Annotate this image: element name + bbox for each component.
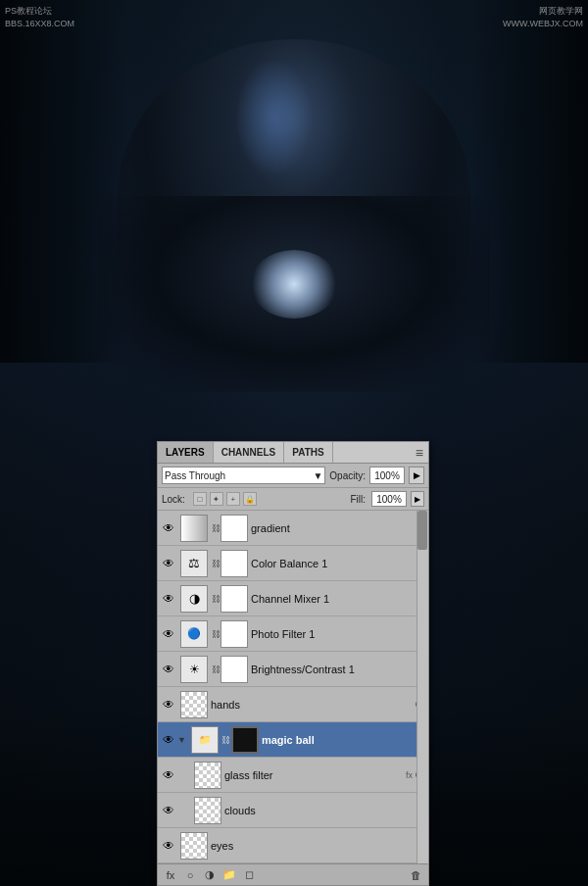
new-group-button[interactable]: 📁 bbox=[220, 866, 238, 884]
visibility-toggle[interactable]: 👁 bbox=[160, 616, 177, 652]
layer-row[interactable]: 👁 glass filter fx ⊕ bbox=[158, 758, 428, 793]
visibility-toggle[interactable]: 👁 bbox=[160, 546, 177, 581]
blend-arrow-icon: ▼ bbox=[313, 470, 322, 481]
layer-link-icon[interactable]: ⛓ bbox=[211, 620, 220, 648]
layer-thumbnail bbox=[194, 797, 221, 824]
layer-link-icon[interactable]: ⛓ bbox=[211, 550, 220, 577]
new-adjustment-button[interactable]: ◑ bbox=[201, 866, 219, 884]
visibility-toggle[interactable]: 👁 bbox=[160, 722, 177, 758]
layer-name: Color Balance 1 bbox=[251, 558, 426, 569]
layer-row[interactable]: 👁 ☀ ⛓ Brightness/Contrast 1 bbox=[158, 652, 428, 687]
layer-thumbnail: ⚖ bbox=[180, 550, 208, 577]
layer-name: hands bbox=[211, 699, 415, 711]
layer-row[interactable]: 👁 eyes fx bbox=[158, 828, 428, 863]
scrollbar-thumb[interactable] bbox=[417, 511, 427, 550]
tab-layers[interactable]: LAYERS bbox=[158, 442, 214, 463]
layer-link-icon[interactable]: ⛓ bbox=[221, 726, 231, 754]
layer-mask-thumb bbox=[220, 620, 248, 648]
layer-link-icon[interactable]: ⛓ bbox=[211, 656, 220, 683]
panel-bottom-toolbar: fx ○ ◑ 📁 ◻ 🗑 bbox=[158, 863, 428, 885]
layer-mask-thumb bbox=[220, 515, 248, 542]
layer-mask-thumb bbox=[231, 726, 259, 754]
layer-mask-thumb bbox=[220, 585, 248, 613]
visibility-toggle[interactable]: 👁 bbox=[160, 581, 177, 616]
group-expand-arrow[interactable]: ▼ bbox=[177, 735, 186, 745]
tab-paths[interactable]: PATHS bbox=[284, 442, 332, 463]
blue-hair bbox=[235, 59, 314, 176]
layer-name: Brightness/Contrast 1 bbox=[251, 664, 426, 675]
scrollbar[interactable] bbox=[416, 511, 428, 863]
lock-row: Lock: □ ✦ + 🔒 Fill: 100% ▶ bbox=[158, 488, 428, 511]
fx-label: fx bbox=[406, 770, 413, 780]
lock-position-icon[interactable]: + bbox=[226, 492, 240, 506]
layer-thumbnail bbox=[180, 691, 208, 718]
lock-all-icon[interactable]: 🔒 bbox=[243, 492, 257, 506]
layer-thumbnail: ☀ bbox=[180, 656, 208, 683]
layer-thumbnail bbox=[194, 762, 221, 789]
opacity-arrow-icon[interactable]: ▶ bbox=[409, 467, 424, 484]
layer-row[interactable]: 👁 hands ⊕ bbox=[158, 687, 428, 722]
visibility-toggle[interactable]: 👁 bbox=[160, 758, 177, 793]
opacity-label: Opacity: bbox=[329, 470, 366, 481]
layer-row[interactable]: 👁 🔵 ⛓ Photo Filter 1 bbox=[158, 616, 428, 652]
fill-label: Fill: bbox=[350, 494, 366, 505]
fill-arrow-icon[interactable]: ▶ bbox=[411, 491, 424, 507]
layer-row[interactable]: 👁 ⛓ gradient bbox=[158, 511, 428, 546]
visibility-toggle[interactable]: 👁 bbox=[160, 511, 177, 546]
blend-mode-select[interactable]: Pass Through ▼ bbox=[162, 467, 325, 484]
lock-transparent-icon[interactable]: □ bbox=[193, 492, 207, 506]
panel-tabs: LAYERS CHANNELS PATHS ≡ bbox=[158, 442, 428, 464]
layer-thumbnail: 🔵 bbox=[180, 620, 208, 648]
layer-name: glass filter bbox=[224, 769, 406, 781]
delete-layer-button[interactable]: 🗑 bbox=[407, 866, 424, 884]
tree-left bbox=[0, 0, 127, 363]
layer-name: clouds bbox=[224, 805, 417, 816]
visibility-toggle[interactable]: 👁 bbox=[160, 652, 177, 687]
fill-input[interactable]: 100% bbox=[371, 491, 407, 507]
layers-list: 👁 ⛓ gradient 👁 ⚖ ⛓ Color Balance 1 👁 ◑ ⛓… bbox=[158, 511, 428, 863]
layer-name: Channel Mixer 1 bbox=[251, 593, 426, 605]
opacity-input[interactable]: 100% bbox=[369, 467, 405, 484]
watermark-tl: PS教程论坛 BBS.16XX8.COM bbox=[5, 5, 74, 29]
layer-mask-thumb bbox=[220, 550, 248, 577]
layer-thumbnail: ◑ bbox=[180, 585, 208, 613]
visibility-toggle[interactable]: 👁 bbox=[160, 793, 177, 828]
blend-mode-value: Pass Through bbox=[165, 470, 225, 481]
lock-label: Lock: bbox=[162, 494, 185, 505]
layer-name: Photo Filter 1 bbox=[251, 628, 426, 640]
tree-right bbox=[470, 0, 588, 363]
lock-pixels-icon[interactable]: ✦ bbox=[210, 492, 223, 506]
layer-row[interactable]: 👁 clouds fx bbox=[158, 793, 428, 828]
add-mask-button[interactable]: ○ bbox=[181, 866, 199, 884]
lock-icons: □ ✦ + 🔒 bbox=[193, 492, 257, 506]
layer-name: eyes bbox=[211, 840, 417, 852]
layer-link-icon[interactable]: ⛓ bbox=[211, 585, 220, 613]
layer-row-magic-ball[interactable]: 👁 ▼ 📁 ⛓ magic ball bbox=[158, 722, 428, 758]
layer-thumbnail: 📁 bbox=[191, 726, 219, 754]
magic-glow bbox=[250, 250, 338, 319]
blend-row: Pass Through ▼ Opacity: 100% ▶ bbox=[158, 464, 428, 488]
visibility-toggle[interactable]: 👁 bbox=[160, 828, 177, 863]
add-layer-style-button[interactable]: fx bbox=[162, 866, 179, 884]
layer-row[interactable]: 👁 ◑ ⛓ Channel Mixer 1 bbox=[158, 581, 428, 616]
layer-name: magic ball bbox=[262, 734, 426, 746]
visibility-toggle[interactable]: 👁 bbox=[160, 687, 177, 722]
new-layer-button[interactable]: ◻ bbox=[240, 866, 258, 884]
panel-more-button[interactable]: ≡ bbox=[411, 445, 428, 461]
layer-mask-thumb bbox=[220, 656, 248, 683]
layers-panel: LAYERS CHANNELS PATHS ≡ Pass Through ▼ O… bbox=[157, 441, 429, 886]
layer-thumbnail bbox=[180, 515, 208, 542]
layer-thumbnail bbox=[180, 832, 208, 860]
layer-row[interactable]: 👁 ⚖ ⛓ Color Balance 1 bbox=[158, 546, 428, 581]
layer-link-icon[interactable]: ⛓ bbox=[211, 515, 220, 542]
tab-channels[interactable]: CHANNELS bbox=[214, 442, 285, 463]
layer-name: gradient bbox=[251, 522, 426, 534]
watermark-tr: 网页教学网 WWW.WEBJX.COM bbox=[503, 5, 583, 29]
